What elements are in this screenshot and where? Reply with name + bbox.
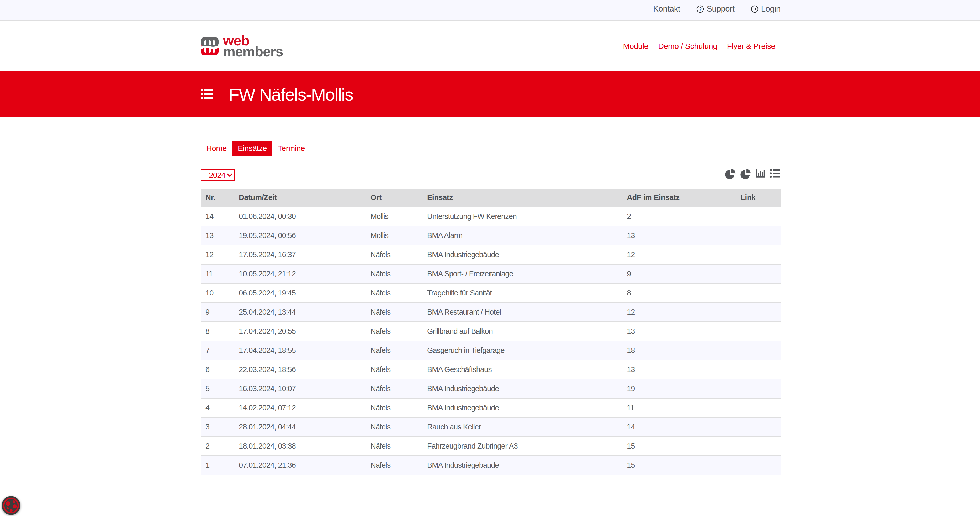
main-nav: Module Demo / Schulung Flyer & Preise	[623, 42, 775, 51]
cell-einsatz: Gasgeruch in Tiefgarage	[422, 341, 622, 360]
cell-adf: 8	[622, 283, 736, 303]
cell-datum: 17.05.2024, 16:37	[234, 245, 366, 264]
cell-link	[736, 360, 781, 379]
cell-adf: 11	[622, 398, 736, 418]
cell-datum: 28.01.2024, 04:44	[234, 418, 366, 437]
support-link[interactable]: ? Support	[696, 4, 734, 14]
einsatz-table: Nr. Datum/Zeit Ort Einsatz AdF im Einsat…	[201, 189, 781, 475]
cell-ort: Näfels	[366, 398, 422, 418]
cell-link	[736, 379, 781, 398]
cell-adf: 13	[622, 360, 736, 379]
cookie-dot	[10, 509, 13, 512]
cell-ort: Näfels	[366, 456, 422, 475]
nav-item-demo-schulung[interactable]: Demo / Schulung	[658, 42, 718, 51]
cell-adf: 9	[622, 264, 736, 283]
cell-datum: 10.05.2024, 21:12	[234, 264, 366, 283]
cookie-dot	[13, 505, 17, 508]
cell-nr: 1	[201, 456, 234, 475]
cell-ort: Mollis	[366, 226, 422, 245]
cookie-dot	[6, 507, 9, 510]
cell-ort: Näfels	[366, 264, 422, 283]
list-ul-icon[interactable]	[201, 89, 213, 98]
cell-link	[736, 398, 781, 418]
pie-chart-alt-icon[interactable]	[740, 167, 752, 179]
cell-datum: 01.06.2024, 00:30	[234, 207, 366, 226]
cell-adf: 18	[622, 341, 736, 360]
nav-item-module[interactable]: Module	[623, 42, 649, 51]
cell-link	[736, 207, 781, 226]
login-link[interactable]: Login	[751, 4, 781, 14]
cell-adf: 12	[622, 303, 736, 322]
nav-item-flyer-preise[interactable]: Flyer & Preise	[727, 42, 775, 51]
cell-adf: 15	[622, 456, 736, 475]
cell-adf: 15	[622, 437, 736, 456]
cell-link	[736, 226, 781, 245]
cell-ort: Näfels	[366, 322, 422, 341]
table-row: 925.04.2024, 13:44NäfelsBMA Restaurant /…	[201, 303, 781, 322]
toolbar: 2024	[201, 169, 781, 181]
cell-adf: 13	[622, 322, 736, 341]
table-body: 1401.06.2024, 00:30MollisUnterstützung F…	[201, 207, 781, 475]
cell-datum: 17.04.2024, 18:55	[234, 341, 366, 360]
cell-einsatz: BMA Industriegebäude	[422, 456, 622, 475]
cell-ort: Näfels	[366, 303, 422, 322]
chevron-down-icon	[227, 173, 232, 177]
table-header-row: Nr. Datum/Zeit Ort Einsatz AdF im Einsat…	[201, 189, 781, 207]
top-bar: Kontakt ? Support Login	[0, 0, 980, 21]
year-select[interactable]: 2024	[201, 169, 235, 181]
cell-einsatz: BMA Industriegebäude	[422, 379, 622, 398]
cell-nr: 13	[201, 226, 234, 245]
cookie-dot	[6, 501, 10, 506]
tab-home[interactable]: Home	[201, 141, 232, 156]
support-label: Support	[706, 4, 734, 14]
table-row: 1401.06.2024, 00:30MollisUnterstützung F…	[201, 207, 781, 226]
table-row: 1319.05.2024, 00:56MollisBMA Alarm13	[201, 226, 781, 245]
list-icon[interactable]	[770, 168, 781, 179]
cell-nr: 12	[201, 245, 234, 264]
col-header-ort: Ort	[366, 189, 422, 207]
cell-link	[736, 283, 781, 303]
cell-datum: 17.04.2024, 20:55	[234, 322, 366, 341]
table-row: 1006.05.2024, 19:45NäfelsTragehilfe für …	[201, 283, 781, 303]
cell-nr: 4	[201, 398, 234, 418]
tab-bar: Home Einsätze Termine	[201, 141, 781, 156]
table-row: 717.04.2024, 18:55NäfelsGasgeruch in Tie…	[201, 341, 781, 360]
cell-datum: 06.05.2024, 19:45	[234, 283, 366, 303]
kontakt-link[interactable]: Kontakt	[653, 4, 680, 14]
cell-ort: Näfels	[366, 379, 422, 398]
bar-chart-icon[interactable]	[756, 168, 766, 179]
page-title: FW Näfels-Mollis	[229, 84, 353, 105]
cell-datum: 14.02.2024, 07:12	[234, 398, 366, 418]
cell-einsatz: Rauch aus Keller	[422, 418, 622, 437]
cell-link	[736, 303, 781, 322]
cell-ort: Näfels	[366, 245, 422, 264]
tab-einsaetze[interactable]: Einsätze	[232, 141, 272, 156]
cell-einsatz: BMA Geschäftshaus	[422, 360, 622, 379]
cell-link	[736, 322, 781, 341]
cell-einsatz: Tragehilfe für Sanität	[422, 283, 622, 303]
cell-datum: 22.03.2024, 18:56	[234, 360, 366, 379]
tab-termine[interactable]: Termine	[272, 141, 310, 156]
cell-adf: 13	[622, 226, 736, 245]
logo[interactable]: web members	[201, 35, 283, 57]
cell-link	[736, 245, 781, 264]
tab-divider	[201, 160, 781, 160]
cell-adf: 2	[622, 207, 736, 226]
cookie-dot	[13, 500, 15, 503]
kontakt-label: Kontakt	[653, 4, 680, 14]
col-header-nr: Nr.	[201, 189, 234, 207]
cell-link	[736, 341, 781, 360]
cell-datum: 25.04.2024, 13:44	[234, 303, 366, 322]
table-row: 328.01.2024, 04:44NäfelsRauch aus Keller…	[201, 418, 781, 437]
cell-ort: Mollis	[366, 207, 422, 226]
cell-ort: Näfels	[366, 437, 422, 456]
pie-chart-icon[interactable]	[725, 167, 736, 179]
login-label: Login	[761, 4, 781, 14]
table-row: 1110.05.2024, 21:12NäfelsBMA Sport- / Fr…	[201, 264, 781, 283]
cookie-consent-button[interactable]	[2, 496, 21, 515]
cell-link	[736, 456, 781, 475]
page-banner: FW Näfels-Mollis	[0, 71, 980, 117]
cell-datum: 16.03.2024, 10:07	[234, 379, 366, 398]
cell-datum: 18.01.2024, 03:38	[234, 437, 366, 456]
cell-einsatz: Grillbrand auf Balkon	[422, 322, 622, 341]
